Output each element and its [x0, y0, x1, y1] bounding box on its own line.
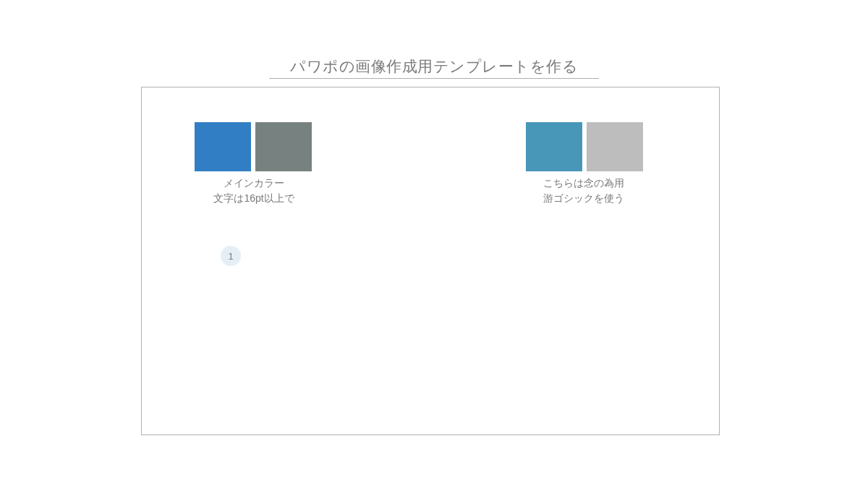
slide-frame: メインカラー 文字は16pt以上で こちらは念の為用 游ゴシックを使う 1 — [141, 87, 720, 435]
caption-right-line1: こちらは念の為用 — [492, 176, 676, 191]
caption-left-line2: 文字は16pt以上で — [162, 191, 346, 206]
number-bullet: 1 — [221, 246, 241, 266]
swatch-caption-left: メインカラー 文字は16pt以上で — [162, 176, 346, 206]
caption-right-line2: 游ゴシックを使う — [492, 191, 676, 206]
swatch-right-2 — [587, 122, 643, 171]
title-underline — [269, 78, 599, 79]
caption-left-line1: メインカラー — [162, 176, 346, 191]
swatch-right-1 — [526, 122, 582, 171]
swatch-group-right — [526, 122, 643, 171]
page-title: パワポの画像作成用テンプレートを作る — [290, 56, 578, 77]
swatch-left-2 — [255, 122, 312, 171]
swatch-group-left — [195, 122, 312, 171]
swatch-caption-right: こちらは念の為用 游ゴシックを使う — [492, 176, 676, 206]
swatch-left-1 — [195, 122, 251, 171]
